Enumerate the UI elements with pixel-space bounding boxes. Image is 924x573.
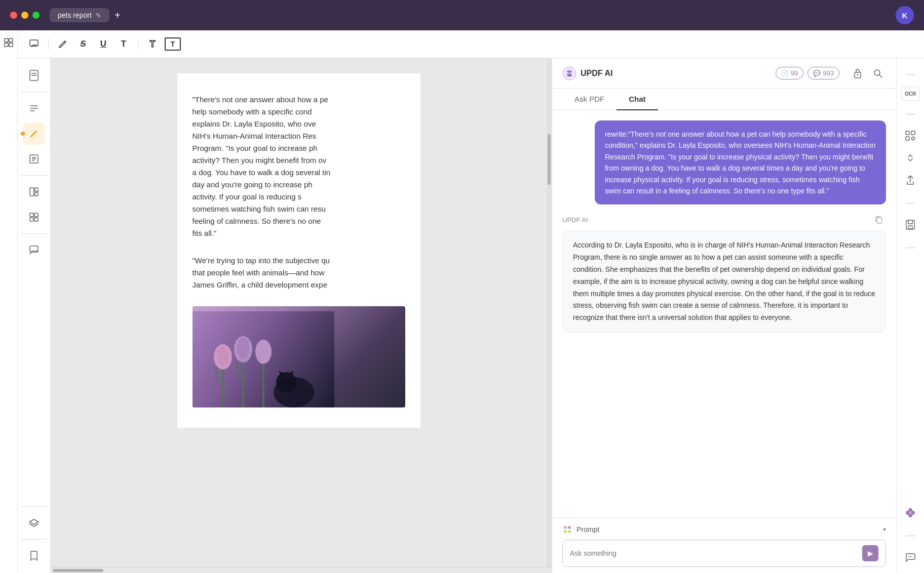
prompt-label: Prompt	[576, 525, 599, 534]
sidebar-tool-2-active[interactable]	[23, 122, 45, 145]
ai-header-badges: 📄 99 💬 993	[776, 67, 839, 79]
doc-scroll-area[interactable]: "There's not one answer about how a pe h…	[51, 58, 547, 567]
svg-rect-46	[908, 226, 912, 229]
ai-search-btn[interactable]	[870, 65, 886, 81]
ai-header: UPDF AI 📄 99 💬 993	[552, 58, 896, 89]
edit-tab-icon[interactable]: ✎	[96, 12, 101, 19]
prompt-bar: Prompt ▾ ▶	[552, 518, 896, 573]
sidebar-tool-3[interactable]	[23, 148, 45, 170]
minimize-button[interactable]	[21, 12, 28, 19]
right-minus3-icon: —	[901, 193, 920, 212]
strikethrough-toolbar-btn[interactable]: S	[75, 36, 91, 52]
chat-badge-icon: 💬	[813, 70, 821, 77]
ai-response-bubble: According to Dr. Layla Esposito, who is …	[562, 231, 886, 333]
svg-rect-2	[5, 43, 8, 47]
sidebar-tool-1[interactable]	[23, 97, 45, 119]
doc-vertical-scrollbar[interactable]	[547, 58, 552, 567]
prompt-selector[interactable]: Prompt ▾	[562, 524, 886, 535]
prompt-chevron-icon: ▾	[883, 526, 886, 533]
maximize-button[interactable]	[32, 12, 40, 19]
text-box-toolbar-btn[interactable]: T	[165, 37, 181, 51]
toolbar: S U T T T	[18, 30, 924, 58]
add-tab-button[interactable]: +	[114, 10, 121, 21]
doc-horiz-scroll-thumb	[53, 569, 103, 572]
ai-lock-btn[interactable]	[850, 65, 866, 81]
main-container: S U T T T	[0, 30, 924, 573]
sidebar-tool-bookmark2[interactable]	[23, 545, 45, 567]
toolbar-divider-2	[138, 38, 138, 50]
tab-area: pets report ✎ +	[50, 8, 121, 22]
svg-point-27	[237, 338, 249, 359]
svg-point-25	[217, 346, 229, 366]
svg-point-28	[255, 340, 272, 364]
svg-rect-18	[34, 218, 38, 221]
ai-panel: UPDF AI 📄 99 💬 993	[552, 58, 896, 573]
sidebar-divider-1	[21, 92, 47, 92]
svg-line-35	[879, 74, 882, 77]
comment-toolbar-icon[interactable]	[26, 36, 42, 52]
sidebar-tool-6[interactable]	[23, 239, 45, 261]
prompt-dots-icon	[562, 524, 572, 535]
user-avatar[interactable]: K	[896, 6, 914, 24]
ai-messages[interactable]: rewrite:"There's not one answer about ho…	[552, 110, 896, 518]
sidebar-divider-5	[21, 539, 47, 540]
svg-rect-36	[877, 218, 882, 223]
svg-rect-42	[911, 131, 915, 135]
right-chat-btn[interactable]	[901, 548, 920, 567]
text-toolbar-btn[interactable]: T	[115, 36, 132, 52]
svg-rect-17	[30, 218, 33, 221]
ai-header-actions	[850, 65, 886, 81]
ai-response-name: UPDF AI	[562, 216, 588, 224]
token-count: 99	[791, 69, 798, 77]
token-badge-icon: 📄	[781, 70, 789, 77]
document-page: "There's not one answer about how a pe h…	[177, 73, 420, 428]
sidebar-tool-4[interactable]	[23, 181, 45, 203]
left-sidebar	[18, 58, 51, 573]
right-minus5-icon: —	[901, 525, 920, 545]
close-button[interactable]	[10, 12, 17, 19]
svg-point-39	[564, 530, 567, 533]
right-save-btn[interactable]	[901, 215, 920, 234]
updf-logo: UPDF AI	[562, 66, 612, 80]
sidebar-tool-bookmark[interactable]	[23, 64, 45, 87]
thumbnail-icon[interactable]	[3, 36, 15, 49]
ai-response-container: UPDF AI According to Dr. Layla Esposito,…	[562, 213, 886, 333]
text-outline-toolbar-btn[interactable]: T	[144, 36, 161, 52]
right-sidebar: — OCR —	[896, 58, 924, 573]
right-minus-icon: —	[901, 64, 920, 84]
copy-response-btn[interactable]	[872, 213, 886, 227]
svg-point-30	[276, 372, 296, 392]
left-sidebar-thin	[0, 30, 18, 573]
sidebar-tool-5[interactable]	[23, 206, 45, 228]
svg-point-44	[912, 137, 915, 140]
tab-ask-pdf[interactable]: Ask PDF	[562, 89, 617, 110]
pen-toolbar-btn[interactable]	[55, 36, 71, 52]
tab-chat[interactable]: Chat	[617, 89, 658, 110]
right-share-btn[interactable]	[901, 171, 920, 190]
svg-rect-41	[906, 131, 909, 135]
svg-point-37	[564, 526, 567, 529]
underline-toolbar-btn[interactable]: U	[95, 36, 111, 52]
prompt-input[interactable]	[570, 549, 858, 557]
traffic-lights	[10, 12, 40, 19]
ai-tabs: Ask PDF Chat	[552, 89, 896, 110]
right-scan-btn[interactable]	[901, 126, 920, 145]
sidebar-divider-2	[21, 175, 47, 176]
svg-rect-16	[34, 213, 38, 217]
right-minus4-icon: —	[901, 237, 920, 257]
send-button[interactable]: ▶	[862, 545, 878, 561]
right-info-btn[interactable]	[901, 148, 920, 168]
document-area: "There's not one answer about how a pe h…	[51, 58, 552, 573]
ai-response-header: UPDF AI	[562, 213, 886, 227]
right-ocr-btn[interactable]: OCR	[901, 87, 919, 101]
active-tab[interactable]: pets report ✎	[50, 8, 109, 22]
send-icon: ▶	[868, 549, 873, 557]
doc-para-2: "We're trying to tap into the subjective…	[192, 255, 405, 291]
svg-point-51	[909, 511, 912, 514]
doc-horizontal-scrollbar[interactable]	[51, 567, 552, 573]
user-message-bubble: rewrite:"There's not one answer about ho…	[595, 120, 886, 204]
svg-rect-12	[30, 188, 34, 196]
sidebar-tool-layers[interactable]	[23, 512, 45, 534]
right-clover-btn[interactable]	[901, 503, 920, 522]
doc-para-1: "There's not one answer about how a pe h…	[192, 94, 405, 239]
